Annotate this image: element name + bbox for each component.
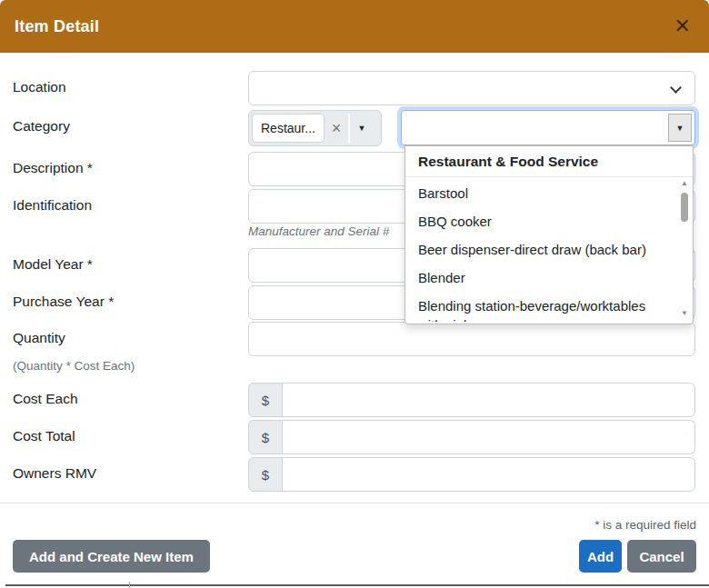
category-label: Category	[13, 118, 70, 135]
identification-label: Identification	[13, 197, 92, 214]
add-and-create-new-item-button[interactable]: Add and Create New Item	[13, 540, 210, 573]
description-label: Description *	[13, 160, 93, 176]
currency-prefix: $	[248, 457, 283, 492]
dropdown-option[interactable]: Blender	[405, 264, 693, 292]
dropdown-list: Barstool BBQ cooker Beer dispenser-direc…	[405, 177, 693, 322]
scroll-down-icon[interactable]: ▼	[681, 309, 688, 320]
modal-header: Item Detail ✕	[0, 0, 709, 53]
combobox-caret-down-icon[interactable]: ▼	[668, 114, 692, 142]
scroll-up-icon[interactable]: ▲	[681, 179, 688, 190]
required-note: * is a required field	[594, 518, 696, 532]
footer-divider	[0, 503, 709, 503]
page-edge-line	[5, 584, 709, 586]
dropdown-option[interactable]: Barstool	[405, 179, 693, 207]
dropdown-option[interactable]: Beer dispenser-direct draw (back bar)	[405, 235, 693, 264]
purchase-year-label: Purchase Year *	[13, 294, 114, 310]
quantity-label: Quantity	[13, 330, 65, 346]
cost-total-label: Cost Total	[13, 428, 75, 444]
scrollbar[interactable]: ▲ ▼	[678, 179, 691, 320]
owners-rmv-input[interactable]	[283, 457, 695, 492]
owners-rmv-label: Owners RMV	[13, 465, 96, 482]
currency-prefix: $	[248, 383, 283, 417]
currency-prefix: $	[248, 420, 283, 454]
identification-helper: Manufacturer and Serial #	[248, 224, 389, 238]
cost-each-input[interactable]	[283, 383, 695, 417]
location-label: Location	[13, 79, 66, 95]
dropdown-option[interactable]: Blending station-beverage/worktables wit…	[405, 292, 693, 322]
category-dropdown-panel: Restaurant & Food Service Barstool BBQ c…	[404, 145, 694, 324]
page-edge-notch	[129, 582, 130, 588]
add-button[interactable]: Add	[579, 540, 622, 573]
quantity-input[interactable]	[248, 322, 695, 356]
model-year-label: Model Year *	[13, 256, 93, 273]
category-selected-chip[interactable]: Restaur...	[252, 114, 325, 143]
quantity-helper: (Quantity * Cost Each)	[13, 359, 135, 373]
scrollbar-thumb[interactable]	[681, 193, 688, 222]
chip-caret-down-icon[interactable]: ▼	[348, 114, 374, 143]
category-multiselect[interactable]: Restaur... × ▼	[248, 110, 382, 146]
dropdown-option[interactable]: BBQ cooker	[405, 207, 693, 235]
location-select[interactable]	[248, 71, 695, 105]
dropdown-group-header: Restaurant & Food Service	[405, 146, 693, 177]
chip-remove-icon[interactable]: ×	[325, 114, 348, 143]
modal-title: Item Detail	[15, 17, 99, 36]
chevron-down-icon	[670, 82, 682, 94]
owners-rmv-group: $	[248, 457, 695, 492]
cancel-button[interactable]: Cancel	[627, 540, 696, 573]
cost-total-group: $	[248, 420, 695, 454]
close-icon[interactable]: ✕	[674, 16, 691, 36]
category-search-combobox[interactable]: ▼	[401, 110, 695, 145]
cost-each-group: $	[248, 383, 695, 417]
cost-total-input[interactable]	[283, 420, 695, 454]
cost-each-label: Cost Each	[13, 391, 78, 407]
